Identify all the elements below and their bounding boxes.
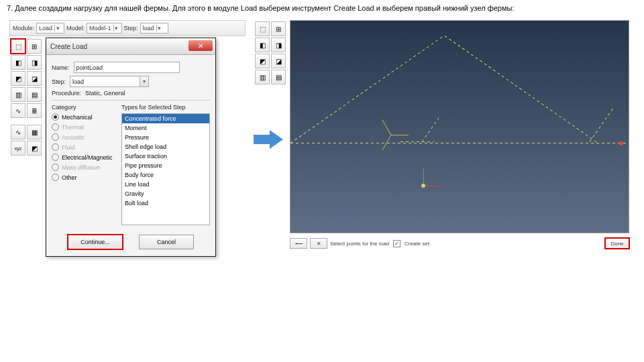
name-input[interactable]: pointLoad bbox=[74, 62, 180, 73]
create-set-label: Create set: bbox=[405, 241, 431, 247]
type-list-item[interactable]: Line load bbox=[122, 180, 209, 189]
selected-node[interactable] bbox=[619, 141, 623, 145]
dlg-step-value: load bbox=[72, 78, 84, 85]
category-radio[interactable]: Electrical/Magnetic bbox=[52, 154, 117, 161]
load-case-manager-tool[interactable]: ▤ bbox=[27, 87, 42, 102]
prompt-cancel-button[interactable]: ✕ bbox=[310, 238, 327, 249]
chevron-down-icon: ▾ bbox=[156, 25, 162, 32]
procedure-value: Static, General bbox=[85, 90, 125, 97]
chevron-down-icon: ▾ bbox=[140, 76, 148, 86]
create-load-tool-r[interactable]: ⬚ bbox=[255, 21, 270, 36]
close-button[interactable]: ✕ bbox=[189, 40, 213, 51]
predefined-field-tool[interactable]: ◩ bbox=[11, 71, 25, 86]
bc-manager-tool-r[interactable]: ◨ bbox=[271, 38, 286, 52]
bc-manager-tool[interactable]: ◨ bbox=[27, 55, 42, 70]
create-bc-tool[interactable]: ◧ bbox=[11, 55, 25, 70]
procedure-label: Procedure: bbox=[52, 90, 81, 97]
create-set-checkbox[interactable]: ✓ bbox=[393, 240, 400, 247]
category-radio: Acoustic bbox=[52, 133, 117, 141]
category-radio[interactable]: Other bbox=[52, 174, 117, 181]
type-list-item[interactable]: Pressure bbox=[122, 133, 209, 142]
tool-column-left: ⬚⊞ ◧◨ ◩◪ ▥▤ ∿≣ ∿▦ xyz◩ bbox=[9, 38, 46, 257]
load-case-tool-r[interactable]: ▥ bbox=[255, 70, 270, 84]
chevron-down-icon: ▾ bbox=[113, 25, 119, 32]
model-label: Model: bbox=[66, 25, 85, 32]
partition-tool[interactable]: ▦ bbox=[27, 125, 42, 139]
prompt-text: Select points for the load bbox=[330, 241, 389, 247]
type-list-item[interactable]: Gravity bbox=[122, 189, 209, 198]
field-manager-tool[interactable]: ◪ bbox=[27, 71, 42, 86]
model-selector[interactable]: Model-1▾ bbox=[87, 23, 122, 34]
model-value: Model-1 bbox=[89, 25, 111, 32]
type-list-item[interactable]: Pipe pressure bbox=[122, 161, 209, 170]
instruction-text: 7. Далее создадим нагрузку для нашей фер… bbox=[7, 4, 514, 12]
module-selector[interactable]: Load▾ bbox=[36, 23, 64, 34]
load-case-manager-tool-r[interactable]: ▤ bbox=[271, 70, 286, 84]
load-manager-tool[interactable]: ⊞ bbox=[27, 39, 42, 54]
step-label: Step: bbox=[124, 25, 138, 32]
dialog-title-text: Create Load bbox=[50, 43, 87, 50]
category-radio: Mass diffusion bbox=[52, 164, 117, 171]
create-bc-tool-r[interactable]: ◧ bbox=[255, 38, 270, 52]
done-button[interactable]: Done bbox=[605, 238, 629, 249]
amplitude-tool[interactable]: ∿ bbox=[11, 103, 25, 118]
right-ui: ⬚⊞ ◧◨ ◩◪ ▥▤ ⟵ ✕ Select points for the lo… bbox=[254, 20, 629, 249]
category-radio: Fluid bbox=[52, 143, 117, 151]
step-value: load bbox=[143, 25, 154, 32]
predefined-field-tool-r[interactable]: ◩ bbox=[255, 54, 270, 68]
cancel-button[interactable]: Cancel bbox=[139, 235, 194, 249]
datum-axis-icon bbox=[391, 135, 392, 135]
type-list-item[interactable]: Body force bbox=[122, 170, 209, 180]
type-list-item[interactable]: Surface traction bbox=[122, 152, 209, 161]
analytical-field-tool[interactable]: ◩ bbox=[27, 141, 42, 156]
types-listbox[interactable]: Concentrated forceMomentPressureShell ed… bbox=[121, 113, 210, 225]
category-column: Category MechanicalThermalAcousticFluidE… bbox=[52, 104, 117, 225]
name-label: Name: bbox=[52, 64, 70, 71]
continue-button[interactable]: Continue... bbox=[68, 235, 123, 249]
create-load-tool[interactable]: ⬚ bbox=[11, 39, 25, 54]
load-case-tool[interactable]: ▥ bbox=[11, 87, 25, 102]
type-list-item[interactable]: Moment bbox=[122, 123, 209, 133]
types-header: Types for Selected Step bbox=[121, 104, 210, 111]
prompt-bar: ⟵ ✕ Select points for the load ✓ Create … bbox=[290, 237, 629, 249]
types-column: Types for Selected Step Concentrated for… bbox=[121, 104, 210, 225]
csys-tool[interactable]: xyz bbox=[11, 141, 25, 156]
module-value: Load bbox=[39, 25, 52, 32]
category-radio: Thermal bbox=[52, 123, 117, 131]
left-ui: Module: Load▾ Model: Model-1▾ Step: load… bbox=[9, 20, 246, 257]
category-header: Category bbox=[52, 104, 117, 111]
step-selector[interactable]: load▾ bbox=[140, 23, 168, 34]
datum-tool[interactable]: ∿ bbox=[11, 125, 25, 139]
create-load-dialog: Create Load ✕ Name: pointLoad Step: load… bbox=[46, 38, 216, 257]
field-manager-tool-r[interactable]: ◪ bbox=[271, 54, 286, 68]
dialog-titlebar[interactable]: Create Load ✕ bbox=[46, 38, 215, 55]
tool-column-right: ⬚⊞ ◧◨ ◩◪ ▥▤ bbox=[254, 20, 290, 86]
category-radio[interactable]: Mechanical bbox=[52, 113, 117, 121]
dlg-step-label: Step: bbox=[52, 78, 66, 85]
type-list-item[interactable]: Bolt load bbox=[122, 198, 209, 208]
chevron-down-icon: ▾ bbox=[54, 25, 60, 32]
type-list-item[interactable]: Concentrated force bbox=[122, 114, 209, 123]
module-label: Module: bbox=[13, 25, 34, 32]
amplitude-manager-tool[interactable]: ≣ bbox=[27, 103, 42, 118]
type-list-item[interactable]: Shell edge load bbox=[122, 142, 209, 152]
context-bar: Module: Load▾ Model: Model-1▾ Step: load… bbox=[9, 20, 246, 36]
load-manager-tool-r[interactable]: ⊞ bbox=[271, 21, 286, 36]
viewport[interactable] bbox=[290, 20, 629, 233]
dlg-step-select[interactable]: load▾ bbox=[70, 76, 149, 87]
prompt-back-button[interactable]: ⟵ bbox=[290, 238, 307, 249]
